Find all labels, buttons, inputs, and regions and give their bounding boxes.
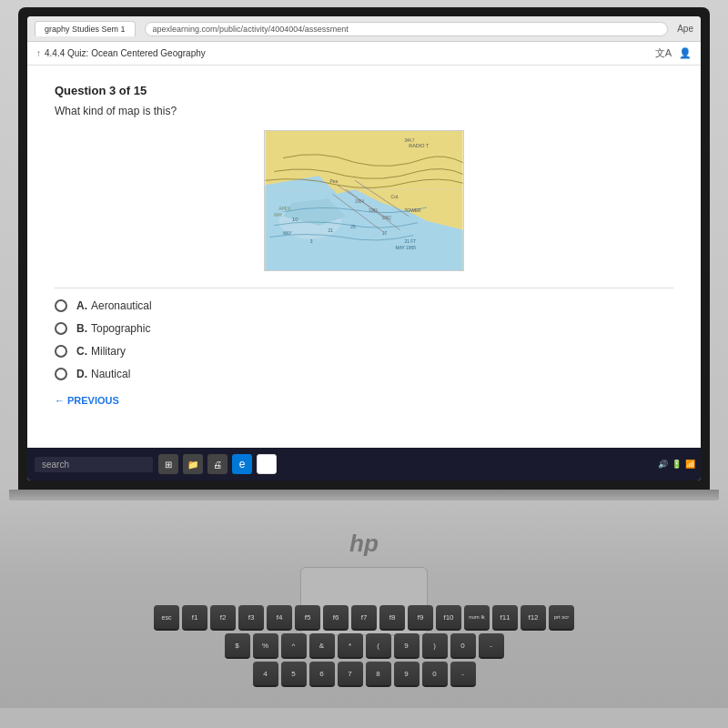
laptop-base: hp esc f1 f2 f3 f4 f5 f6 f7 f8 f9 f10 nu…: [0, 490, 728, 708]
svg-text:10: 10: [292, 217, 298, 222]
profile-icon[interactable]: 👤: [679, 47, 692, 59]
svg-text:MAY: MAY: [283, 231, 291, 236]
key-f8[interactable]: f8: [379, 605, 405, 631]
laptop-outer: graphy Studies Sem 1 apexlearning.com/pu…: [0, 0, 728, 728]
key-9[interactable]: 9: [394, 633, 420, 659]
nautical-chart-svg: 10 21 25 3 17 21 FT MAY MAY 1965 RADIO T…: [265, 131, 463, 270]
key-f4[interactable]: f4: [267, 605, 292, 631]
key-f3[interactable]: f3: [238, 605, 264, 631]
browser-tab[interactable]: graphy Studies Sem 1: [35, 21, 136, 36]
answer-choice-d[interactable]: D. Nautical: [55, 368, 673, 380]
key-f9[interactable]: f9: [408, 605, 433, 631]
key-rparen[interactable]: ): [422, 633, 448, 659]
key-0-num[interactable]: 0: [422, 662, 448, 687]
key-percent[interactable]: %: [253, 633, 278, 659]
translate-icon[interactable]: 文A: [655, 46, 672, 60]
svg-text:1962: 1962: [382, 216, 391, 220]
nav-buttons: ← PREVIOUS: [55, 395, 673, 406]
svg-text:APEX: APEX: [278, 207, 291, 211]
svg-text:344.7: 344.7: [404, 138, 415, 143]
label-d: D.: [76, 368, 87, 380]
tab-label: graphy Studies Sem 1: [45, 25, 126, 34]
svg-text:Pea: Pea: [329, 179, 338, 184]
label-c: C.: [76, 345, 87, 358]
taskbar-edge-icon[interactable]: e: [232, 454, 252, 474]
key-4[interactable]: 4: [253, 662, 278, 687]
svg-text:MAY: MAY: [274, 213, 282, 217]
key-5[interactable]: 5: [281, 662, 307, 687]
key-0[interactable]: 0: [450, 633, 476, 659]
svg-text:21: 21: [329, 228, 334, 233]
key-f7[interactable]: f7: [351, 605, 377, 631]
apex-corner-logo: Ape: [677, 24, 693, 34]
svg-text:TOWER: TOWER: [404, 208, 421, 213]
key-f11[interactable]: f11: [492, 605, 518, 631]
taskbar-chrome-icon[interactable]: [257, 454, 277, 474]
key-f1[interactable]: f1: [182, 605, 207, 631]
svg-text:RADIO T: RADIO T: [409, 143, 430, 148]
text-b: Topographic: [91, 322, 150, 335]
nav-bar: ↑ 4.4.4 Quiz: Ocean Centered Geography 文…: [27, 42, 701, 66]
radio-a[interactable]: [55, 299, 67, 312]
hinge-strip: [9, 490, 719, 500]
taskbar-right: 🔊 🔋 📶 1:2 5/: [658, 453, 701, 474]
prev-label: PREVIOUS: [67, 395, 119, 406]
key-9-num[interactable]: 9: [394, 662, 420, 687]
clock: 1:2 5/: [700, 453, 701, 474]
wifi-icon: 📶: [685, 460, 695, 469]
text-a: Aeronautical: [91, 299, 152, 312]
key-lparen[interactable]: (: [366, 633, 391, 659]
quiz-content: Question 3 of 15 What kind of map is thi…: [27, 66, 701, 448]
key-f2[interactable]: f2: [210, 605, 236, 631]
svg-text:25: 25: [350, 225, 356, 229]
radio-c[interactable]: [55, 345, 67, 358]
taskbar-search[interactable]: search: [35, 457, 153, 472]
radio-d[interactable]: [55, 368, 67, 380]
battery-icon: 🔋: [672, 460, 682, 469]
answer-choice-a[interactable]: A. Aeronautical: [55, 299, 673, 312]
screen-bezel: graphy Studies Sem 1 apexlearning.com/pu…: [18, 7, 710, 490]
key-7-num[interactable]: 7: [338, 662, 363, 687]
taskbar: search ⊞ 📁 🖨 e 🔊 🔋 📶: [27, 448, 701, 480]
keyboard-row-2: $ % ^ & * ( 9 ) 0 -: [27, 633, 701, 659]
key-ampersand[interactable]: &: [309, 633, 335, 659]
key-f5[interactable]: f5: [295, 605, 320, 631]
svg-text:MAY 1965: MAY 1965: [396, 246, 417, 250]
url-bar: apexlearning.com/public/activity/4004004…: [145, 22, 669, 36]
back-arrow-icon: ↑: [36, 48, 41, 58]
svg-text:21 FT: 21 FT: [404, 239, 416, 244]
key-6[interactable]: 6: [309, 662, 335, 687]
svg-text:1964: 1964: [355, 199, 364, 204]
answer-choices-list: A. Aeronautical B. Topographic C. Milita…: [55, 299, 673, 380]
taskbar-windows-icon[interactable]: ⊞: [158, 454, 178, 474]
keyboard-row-3: 4 5 6 7 8 9 0 -: [27, 662, 701, 687]
label-a: A.: [76, 299, 87, 312]
key-esc[interactable]: esc: [154, 605, 179, 631]
key-8[interactable]: 8: [366, 662, 391, 687]
key-asterisk[interactable]: *: [338, 633, 363, 659]
system-tray: 🔊 🔋 📶: [658, 460, 695, 469]
key-dollar[interactable]: $: [225, 633, 250, 659]
keyboard-row-1: esc f1 f2 f3 f4 f5 f6 f7 f8 f9 f10 num l…: [27, 605, 701, 631]
taskbar-printer-icon[interactable]: 🖨: [207, 454, 228, 474]
question-header: Question 3 of 15: [55, 84, 673, 97]
key-caret[interactable]: ^: [281, 633, 307, 659]
radio-b[interactable]: [55, 322, 67, 335]
previous-button[interactable]: ← PREVIOUS: [55, 395, 119, 406]
key-numlik[interactable]: num lk: [464, 605, 490, 631]
quiz-breadcrumb: 4.4.4 Quiz: Ocean Centered Geography: [45, 48, 206, 58]
answer-choice-c[interactable]: C. Military: [55, 345, 673, 358]
key-f6[interactable]: f6: [323, 605, 349, 631]
label-b: B.: [76, 322, 87, 335]
key-f10[interactable]: f10: [436, 605, 461, 631]
svg-text:3: 3: [310, 239, 313, 244]
key-prtscr[interactable]: prt scr: [549, 605, 574, 631]
taskbar-file-icon[interactable]: 📁: [183, 454, 203, 474]
key-minus-num[interactable]: -: [450, 662, 476, 687]
map-image-container: 10 21 25 3 17 21 FT MAY MAY 1965 RADIO T…: [264, 130, 464, 271]
key-minus[interactable]: -: [479, 633, 504, 659]
text-d: Nautical: [91, 368, 130, 380]
key-f12[interactable]: f12: [521, 605, 546, 631]
svg-text:1963: 1963: [369, 208, 378, 213]
answer-choice-b[interactable]: B. Topographic: [55, 322, 673, 335]
